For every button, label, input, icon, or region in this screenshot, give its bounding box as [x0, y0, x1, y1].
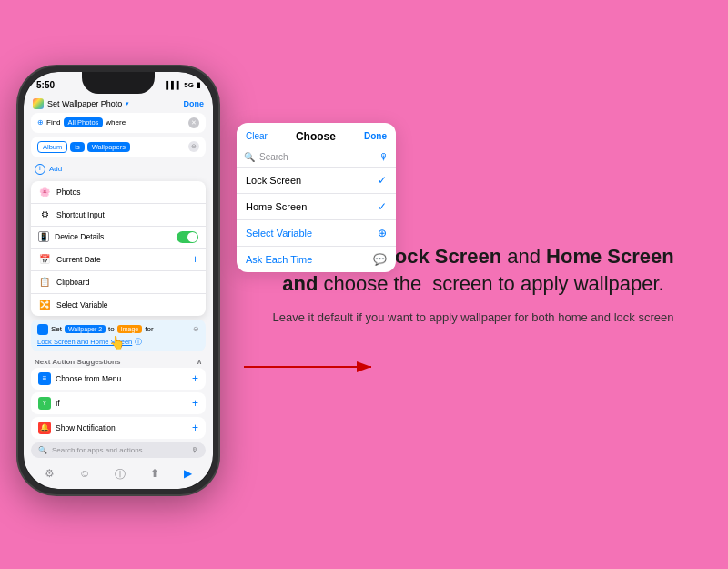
find-label: Find	[46, 118, 61, 127]
wifi-icon: 5G	[184, 81, 194, 89]
dropdown-menu: 🌸 Photos ⚙ Shortcut Input 📱 Devi	[31, 181, 206, 316]
clipboard-icon: 📋	[38, 276, 51, 289]
done-button[interactable]: Done	[184, 99, 205, 108]
tab-icon-settings[interactable]: ⚙	[45, 467, 55, 483]
ask-each-time-icon: 💬	[373, 253, 387, 266]
status-time: 5:50	[36, 80, 55, 90]
if-plus-icon[interactable]: +	[192, 397, 198, 410]
show-notification-row[interactable]: 🔔 Show Notification +	[31, 417, 206, 439]
tab-icon-play[interactable]: ▶	[184, 467, 192, 483]
variable-icon: 🔀	[38, 299, 51, 311]
if-icon: Y	[38, 397, 51, 410]
choose-search-icon: 🔍	[244, 152, 255, 162]
tab-icon-info[interactable]: ⓘ	[115, 467, 126, 483]
sub-text: Leave it default if you want to apply wa…	[255, 310, 692, 326]
for-label: for	[145, 325, 153, 333]
set-close-btn[interactable]: ⊖	[193, 325, 199, 333]
toggle-switch[interactable]	[177, 231, 198, 243]
wallpapers-tag[interactable]: Wallpapers	[87, 142, 130, 152]
set-wallpaper-row: Set Wallpaper 2 to Image for ⊖ Lock Scre…	[31, 320, 206, 351]
select-variable-label: Select Variable	[246, 228, 312, 239]
notification-plus-icon[interactable]: +	[192, 422, 198, 434]
choose-done-button[interactable]: Done	[364, 131, 387, 141]
menu-item-device-left: 📱 Device Details	[38, 231, 104, 242]
search-placeholder: Search for apps and actions	[52, 446, 143, 454]
app-title-row: Set Wallpaper Photo ▾	[33, 98, 129, 109]
variable-label: Select Variable	[56, 300, 108, 310]
shortcut-icon: ⚙	[38, 208, 51, 221]
set-label: Set	[51, 325, 62, 333]
notification-icon: 🔔	[38, 422, 51, 434]
choose-panel: Clear Choose Done 🔍 Search 🎙 Lock Screen…	[237, 123, 396, 272]
if-row[interactable]: Y If +	[31, 392, 206, 414]
choose-item-lock-screen[interactable]: Lock Screen ✓	[237, 168, 396, 194]
choose-search-placeholder: Search	[259, 152, 288, 162]
if-label: If	[56, 399, 60, 408]
choose-item-select-variable[interactable]: Select Variable ⊕	[237, 220, 396, 247]
date-label: Current Date	[56, 255, 101, 264]
mic-icon[interactable]: 🎙	[191, 446, 198, 454]
choose-item-home-screen[interactable]: Home Screen ✓	[237, 194, 396, 220]
home-screen-check-icon: ✓	[378, 200, 387, 213]
app-title-text: Set Wallpaper Photo	[47, 99, 122, 108]
to-label: to	[108, 325, 115, 333]
cursor-icon: 👆	[109, 335, 125, 350]
menu-item-date-left: 📅 Current Date	[38, 253, 101, 266]
menu-item-clipboard[interactable]: 📋 Clipboard	[31, 271, 206, 294]
menu-item-device-details[interactable]: 📱 Device Details	[31, 227, 206, 249]
choose-icon: ≡	[38, 372, 51, 385]
album-close-button[interactable]: ⊖	[188, 141, 199, 152]
wallpaper-tag[interactable]: Wallpaper 2	[65, 325, 106, 333]
is-tag[interactable]: is	[70, 142, 84, 152]
lock-screen-label: Lock Screen	[246, 175, 301, 186]
add-row[interactable]: + Add	[31, 161, 206, 178]
chevron-down-icon: ▾	[126, 100, 129, 107]
calendar-icon: 📅	[38, 253, 51, 266]
menu-item-shortcut-input[interactable]: ⚙ Shortcut Input	[31, 204, 206, 227]
clipboard-label: Clipboard	[56, 278, 89, 287]
choose-label-group: ≡ Choose from Menu	[38, 372, 121, 385]
status-icons: ▌▌▌ 5G ▮	[166, 81, 200, 89]
info-icon[interactable]: ⓘ	[135, 337, 142, 347]
find-row: ⊕ Find All Photos where ✕	[31, 113, 206, 133]
tab-bar: ⚙ ☺ ⓘ ⬆ ▶	[24, 462, 213, 487]
photos-icon: 🌸	[38, 186, 51, 198]
image-tag[interactable]: Image	[117, 325, 142, 333]
select-variable-icon: ⊕	[378, 227, 387, 239]
lock-screen-bold: Lock Screen	[382, 245, 501, 268]
search-bar[interactable]: 🔍 Search for apps and actions 🎙	[31, 442, 206, 458]
tab-icon-smiley[interactable]: ☺	[79, 467, 90, 483]
shortcut-label: Shortcut Input	[56, 210, 105, 219]
choose-clear-button[interactable]: Clear	[246, 131, 268, 141]
phone-body: 5:50 ▌▌▌ 5G ▮ Set Wallpaper Photo ▾ Done	[18, 66, 218, 494]
choose-plus-icon[interactable]: +	[192, 372, 198, 385]
app-header: Set Wallpaper Photo ▾ Done	[24, 96, 213, 113]
menu-item-photos[interactable]: 🌸 Photos	[31, 181, 206, 204]
suggestions-chevron: ∧	[197, 358, 202, 366]
add-label: Add	[49, 165, 62, 173]
phone-notch	[82, 72, 155, 94]
album-tag[interactable]: Album	[37, 141, 67, 153]
choose-from-menu-row[interactable]: ≡ Choose from Menu +	[31, 368, 206, 390]
set-row-top: Set Wallpaper 2 to Image for ⊖	[37, 324, 199, 335]
app-icon	[33, 98, 44, 109]
suggestions-label: Next Action Suggestions	[35, 358, 120, 366]
menu-item-select-variable[interactable]: 🔀 Select Variable	[31, 294, 206, 316]
if-label-group: Y If	[38, 397, 60, 410]
menu-item-current-date[interactable]: 📅 Current Date +	[31, 249, 206, 271]
choose-item-ask-each-time[interactable]: Ask Each Time 💬	[237, 247, 396, 272]
device-icon: 📱	[38, 231, 49, 242]
close-button[interactable]: ✕	[188, 117, 199, 128]
choose-search-bar[interactable]: 🔍 Search 🎙	[237, 147, 396, 168]
phone-screen: 5:50 ▌▌▌ 5G ▮ Set Wallpaper Photo ▾ Done	[24, 72, 213, 489]
lock-screen-check-icon: ✓	[378, 174, 387, 187]
all-photos-tag[interactable]: All Photos	[64, 117, 104, 127]
choose-mic-icon[interactable]: 🎙	[379, 152, 389, 162]
menu-item-variable-left: 🔀 Select Variable	[38, 299, 108, 311]
signal-icon: ▌▌▌	[166, 81, 181, 89]
where-label: where	[106, 118, 126, 127]
tab-icon-share[interactable]: ⬆	[150, 467, 159, 483]
menu-item-shortcut-left: ⚙ Shortcut Input	[38, 208, 105, 221]
choose-panel-header: Clear Choose Done	[237, 123, 396, 147]
toggle-knob	[187, 232, 197, 242]
